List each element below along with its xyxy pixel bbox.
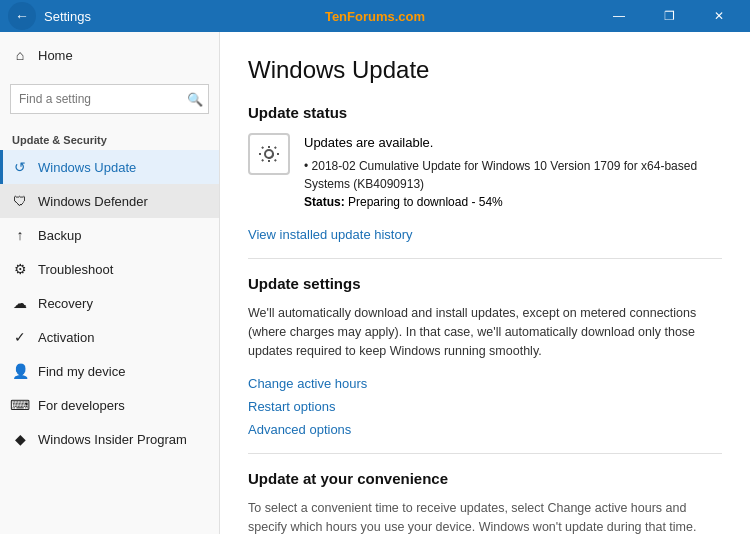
divider-1 [248,258,722,259]
convenience-heading: Update at your convenience [248,470,722,487]
sidebar-search-container: 🔍 [10,84,209,114]
sidebar-label-home: Home [38,48,73,63]
update-settings-desc: We'll automatically download and install… [248,304,722,362]
sidebar-item-for-developers[interactable]: ⌨ For developers [0,388,219,422]
back-icon: ← [15,8,29,24]
search-input[interactable] [10,84,209,114]
troubleshoot-icon: ⚙ [12,261,28,277]
sidebar-item-backup[interactable]: ↑ Backup [0,218,219,252]
back-button[interactable]: ← [8,2,36,30]
update-spinner-icon [248,133,290,175]
sidebar-label-for-developers: For developers [38,398,125,413]
page-title: Windows Update [248,56,722,84]
advanced-options-link[interactable]: Advanced options [248,422,722,437]
watermark: TenForums.com [325,9,425,24]
status-line: Status: Preparing to download - 54% [304,193,722,211]
divider-2 [248,453,722,454]
sidebar-label-windows-defender: Windows Defender [38,194,148,209]
app-title: Settings [44,9,91,24]
sidebar-item-home[interactable]: ⌂ Home [0,38,219,72]
sidebar-item-windows-update[interactable]: ↺ Windows Update [0,150,219,184]
view-history-link[interactable]: View installed update history [248,227,413,242]
convenience-desc: To select a convenient time to receive u… [248,499,722,534]
sidebar-label-activation: Activation [38,330,94,345]
recovery-icon: ☁ [12,295,28,311]
sidebar-label-backup: Backup [38,228,81,243]
backup-icon: ↑ [12,227,28,243]
update-settings-heading: Update settings [248,275,722,292]
sidebar-item-windows-defender[interactable]: 🛡 Windows Defender [0,184,219,218]
restart-options-link[interactable]: Restart options [248,399,722,414]
find-device-icon: 👤 [12,363,28,379]
activation-icon: ✓ [12,329,28,345]
sidebar-label-find-my-device: Find my device [38,364,125,379]
home-icon: ⌂ [12,47,28,63]
update-bullet-text: • 2018-02 Cumulative Update for Windows … [304,157,722,193]
windows-update-icon: ↺ [12,159,28,175]
status-label: Status: [304,195,345,209]
insider-icon: ◆ [12,431,28,447]
convenience-section: Update at your convenience To select a c… [248,470,722,534]
sidebar-label-troubleshoot: Troubleshoot [38,262,113,277]
search-icon[interactable]: 🔍 [187,92,203,107]
titlebar: ← Settings TenForums.com — ❐ ✕ [0,0,750,32]
sidebar-label-windows-insider: Windows Insider Program [38,432,187,447]
windows-defender-icon: 🛡 [12,193,28,209]
restore-button[interactable]: ❐ [646,0,692,32]
sidebar-item-windows-insider[interactable]: ◆ Windows Insider Program [0,422,219,456]
content-area: Windows Update Update status Updates are… [220,32,750,534]
update-status-box: Updates are available. • 2018-02 Cumulat… [248,133,722,211]
minimize-button[interactable]: — [596,0,642,32]
sidebar-item-activation[interactable]: ✓ Activation [0,320,219,354]
update-available-text: Updates are available. [304,133,722,153]
window-controls: — ❐ ✕ [596,0,742,32]
sidebar-item-troubleshoot[interactable]: ⚙ Troubleshoot [0,252,219,286]
status-value: Preparing to download - 54% [348,195,503,209]
change-hours-link[interactable]: Change active hours [248,376,722,391]
app-container: ⌂ Home 🔍 Update & Security ↺ Windows Upd… [0,32,750,534]
update-status-heading: Update status [248,104,722,121]
sidebar-item-find-my-device[interactable]: 👤 Find my device [0,354,219,388]
update-status-text: Updates are available. • 2018-02 Cumulat… [304,133,722,211]
close-button[interactable]: ✕ [696,0,742,32]
sidebar-item-recovery[interactable]: ☁ Recovery [0,286,219,320]
developers-icon: ⌨ [12,397,28,413]
sidebar-label-recovery: Recovery [38,296,93,311]
sidebar-label-windows-update: Windows Update [38,160,136,175]
sidebar: ⌂ Home 🔍 Update & Security ↺ Windows Upd… [0,32,220,534]
sidebar-section-label: Update & Security [0,126,219,150]
